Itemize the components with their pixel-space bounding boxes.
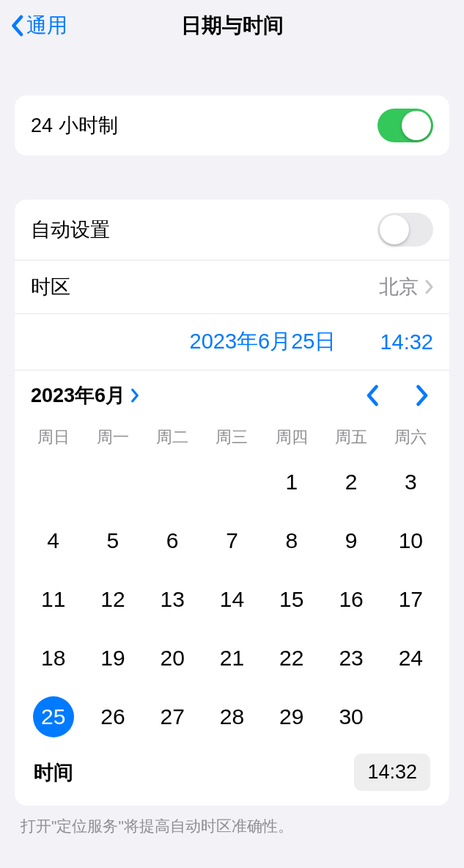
calendar-empty (83, 453, 142, 511)
calendar-day[interactable]: 12 (83, 570, 142, 629)
calendar-day[interactable]: 17 (381, 570, 441, 629)
calendar-grid: 周日周一周二周三周四周五周六12345678910111213141516171… (23, 416, 441, 746)
row-24-hour-label: 24 小时制 (31, 112, 378, 139)
footer-note: 打开"定位服务"将提高自动时区准确性。 (21, 816, 449, 836)
calendar-day[interactable]: 9 (321, 511, 380, 570)
calendar-day[interactable]: 27 (143, 688, 202, 746)
calendar-day[interactable]: 10 (381, 511, 441, 570)
calendar-day[interactable]: 21 (202, 629, 262, 688)
month-label: 2023年6月 (31, 382, 125, 409)
calendar-day[interactable]: 6 (143, 511, 202, 570)
calendar-day[interactable]: 23 (321, 629, 380, 688)
weekday-header: 周二 (143, 416, 202, 453)
calendar-day[interactable]: 30 (321, 688, 380, 746)
calendar-day[interactable]: 19 (83, 629, 142, 688)
calendar-day[interactable]: 25 (23, 688, 83, 746)
calendar-day[interactable]: 15 (262, 570, 321, 629)
calendar-day[interactable]: 8 (262, 511, 321, 570)
calendar-day[interactable]: 20 (143, 629, 202, 688)
calendar-empty (23, 453, 83, 511)
next-month-button[interactable] (414, 384, 429, 406)
row-24-hour: 24 小时制 (15, 95, 449, 156)
page-title: 日期与时间 (0, 12, 464, 40)
chevron-left-icon (10, 15, 23, 37)
switch-auto-set[interactable] (378, 213, 433, 247)
calendar-empty (202, 453, 262, 511)
row-timezone-label: 时区 (31, 274, 379, 300)
weekday-header: 周日 (23, 416, 83, 453)
weekday-header: 周一 (83, 416, 142, 453)
prev-month-button[interactable] (366, 384, 380, 406)
switch-24-hour[interactable] (378, 109, 433, 142)
row-timezone[interactable]: 时区 北京 (15, 260, 449, 313)
calendar-day[interactable]: 29 (262, 688, 321, 746)
row-auto-set-label: 自动设置 (31, 216, 378, 243)
row-timezone-value: 北京 (379, 274, 419, 300)
row-auto-set: 自动设置 (15, 200, 449, 260)
selected-time[interactable]: 14:32 (380, 330, 433, 354)
calendar-day[interactable]: 16 (321, 570, 380, 629)
calendar-day[interactable]: 18 (23, 629, 83, 688)
calendar-day[interactable]: 3 (381, 453, 441, 511)
calendar-day[interactable]: 14 (202, 570, 262, 629)
chevron-right-icon (130, 387, 140, 404)
time-label: 时间 (34, 759, 354, 786)
calendar-day[interactable]: 11 (23, 570, 83, 629)
calendar-day[interactable]: 28 (202, 688, 262, 746)
calendar-day[interactable]: 26 (83, 688, 142, 746)
calendar-day[interactable]: 1 (262, 453, 321, 511)
chevron-right-icon (414, 384, 429, 406)
weekday-header: 周四 (262, 416, 321, 453)
month-picker[interactable]: 2023年6月 (31, 382, 140, 409)
calendar-day[interactable]: 24 (381, 629, 441, 688)
selected-date[interactable]: 2023年6月25日 (190, 327, 336, 357)
calendar-day[interactable]: 22 (262, 629, 321, 688)
calendar-day[interactable]: 13 (143, 570, 202, 629)
chevron-left-icon (366, 384, 380, 406)
calendar-empty (143, 453, 202, 511)
row-selected-datetime: 2023年6月25日 14:32 (15, 313, 449, 370)
calendar-day[interactable]: 5 (83, 511, 142, 570)
weekday-header: 周六 (381, 416, 441, 453)
calendar-day[interactable]: 4 (23, 511, 83, 570)
weekday-header: 周三 (202, 416, 262, 453)
weekday-header: 周五 (321, 416, 380, 453)
time-picker[interactable]: 14:32 (354, 754, 430, 791)
back-button[interactable]: 通用 (10, 12, 67, 40)
calendar-day[interactable]: 2 (321, 453, 380, 511)
back-label: 通用 (26, 12, 67, 40)
chevron-right-icon (424, 280, 433, 294)
calendar-day[interactable]: 7 (202, 511, 262, 570)
